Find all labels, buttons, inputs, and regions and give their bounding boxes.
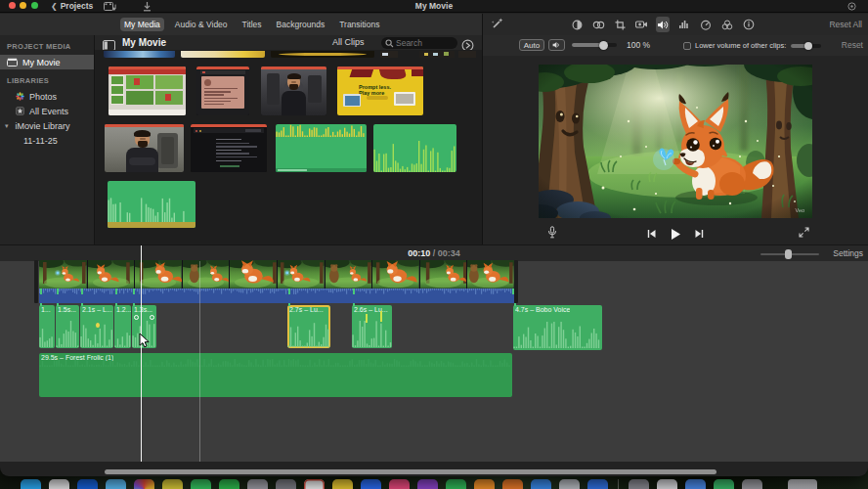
sound-effect-clip[interactable]: 2.7s – Lu... [287, 305, 330, 348]
dock-app-icon[interactable] [77, 479, 98, 489]
volume-slider[interactable] [572, 43, 617, 47]
clip-sliver[interactable] [458, 51, 476, 58]
sound-effect-clip[interactable]: 1.2... [114, 305, 131, 348]
sidebar-item-all-events[interactable]: All Events [0, 104, 94, 118]
dock-app-icon[interactable] [332, 479, 353, 489]
tab-backgrounds[interactable]: Backgrounds [273, 18, 329, 31]
dock-app-icon[interactable] [474, 479, 495, 489]
dock-app-icon[interactable] [162, 479, 183, 489]
dock-app-icon[interactable] [446, 479, 466, 489]
dock-app-icon[interactable] [134, 479, 154, 489]
crop-icon[interactable] [613, 17, 627, 32]
mute-button[interactable] [548, 39, 565, 51]
media-clip[interactable] [105, 124, 184, 172]
reset-all-button[interactable]: Reset All [829, 14, 862, 35]
clip-filter-icon[interactable] [720, 17, 734, 32]
sidebar-item-my-movie[interactable]: My Movie [0, 55, 94, 69]
dock[interactable] [0, 479, 868, 489]
media-clip[interactable]: Prompt less. Play more [337, 67, 423, 115]
clip-sliver[interactable] [271, 51, 374, 58]
dock-app-icon[interactable] [657, 479, 677, 489]
play-button[interactable] [670, 228, 682, 241]
sidebar-item-label: 11-11-25 [23, 136, 58, 146]
enhance-wand-icon[interactable] [491, 17, 504, 30]
timeline-settings-button[interactable]: Settings [833, 245, 863, 261]
color-balance-icon[interactable] [570, 17, 584, 32]
timeline-horizontal-scrollbar[interactable] [105, 469, 716, 474]
auto-volume-button[interactable]: Auto [519, 39, 544, 51]
trim-handle-right[interactable] [514, 260, 518, 303]
media-clip[interactable] [261, 67, 326, 115]
dock-app-icon[interactable] [587, 479, 608, 489]
dock-app-icon[interactable] [361, 479, 381, 489]
reset-button[interactable]: Reset [842, 35, 863, 56]
dock-app-icon[interactable] [21, 479, 41, 489]
dock-app-icon[interactable] [191, 479, 211, 489]
lower-volume-label: Lower volume of other clips: [695, 35, 786, 56]
dock-app-icon[interactable] [417, 479, 438, 489]
promo-clip-text: Prompt less. Play more [359, 84, 402, 90]
clip-sliver[interactable] [380, 51, 398, 58]
dock-app-icon[interactable] [106, 479, 126, 489]
music-clip[interactable]: 29.5s – Forest Frolic (1) [39, 353, 512, 397]
sound-effect-clip[interactable]: 1... [39, 305, 55, 348]
dock-app-icon[interactable] [502, 479, 523, 489]
sidebar-item-event-date[interactable]: 11-11-25 [0, 133, 94, 148]
imovie-window: ❮ Projects My Movie My Media Audio & Vid… [0, 0, 868, 476]
video-clip-audio-waveform[interactable] [39, 289, 514, 303]
video-clip-filmstrip[interactable] [39, 260, 514, 289]
sound-effect-clip[interactable]: 1.5s... [56, 305, 79, 348]
speed-icon[interactable] [699, 17, 713, 32]
sound-effect-clip[interactable]: 2.6s – Lu... [352, 305, 392, 348]
sound-effect-clip[interactable]: 2.1s – L... [80, 305, 113, 348]
stabilization-icon[interactable] [634, 17, 648, 32]
tab-my-media[interactable]: My Media [120, 18, 164, 31]
voiceover-mic-icon[interactable] [547, 226, 557, 240]
dock-app-icon[interactable] [629, 479, 649, 489]
dock-app-icon[interactable] [685, 479, 706, 489]
dock-app-icon[interactable] [531, 479, 551, 489]
dock-app-icon[interactable] [304, 479, 325, 489]
media-clip[interactable] [276, 124, 367, 172]
clapperboard-icon [7, 58, 18, 67]
dock-app-icon[interactable] [219, 479, 239, 489]
noise-reduction-icon[interactable] [677, 17, 691, 32]
clip-sliver[interactable] [419, 51, 455, 58]
clip-sliver[interactable] [181, 51, 265, 58]
media-clip[interactable] [108, 67, 186, 115]
media-clip[interactable] [196, 67, 249, 115]
trim-handle-left[interactable] [34, 260, 38, 303]
clip-sliver[interactable] [104, 51, 175, 58]
media-clip[interactable] [373, 124, 456, 172]
sound-effect-clip[interactable]: 4.7s – Bobo Voice [513, 305, 602, 350]
sidebar-item-photos[interactable]: Photos [0, 89, 94, 104]
viewer-panel: Auto 100 % Lower volume of other clips: … [483, 35, 868, 244]
timeline-zoom-slider[interactable] [760, 253, 819, 256]
dock-app-icon[interactable] [49, 479, 69, 489]
preview-watermark: Veo [796, 207, 804, 213]
dock-app-icon[interactable] [389, 479, 410, 489]
sidebar-item-imovie-library[interactable]: ▾ iMovie Library [0, 118, 94, 133]
dock-app-icon[interactable] [247, 479, 268, 489]
previous-frame-button[interactable] [647, 229, 657, 239]
clip-info-icon[interactable] [742, 17, 756, 32]
media-clip[interactable] [191, 124, 267, 172]
dock-app-icon[interactable] [742, 479, 762, 489]
dock-app-icon[interactable] [559, 479, 580, 489]
video-preview[interactable]: Veo [539, 65, 812, 218]
media-clip[interactable] [108, 181, 195, 228]
dock-trash-icon[interactable] [788, 479, 817, 489]
lower-volume-slider[interactable] [791, 44, 821, 48]
timeline[interactable]: 29.5s – Forest Frolic (1) 1... 1.5s... 2… [0, 261, 868, 462]
volume-icon[interactable] [656, 17, 670, 32]
chevron-down-icon[interactable]: ▾ [5, 122, 9, 130]
next-frame-button[interactable] [695, 229, 705, 239]
lower-volume-checkbox[interactable] [683, 42, 691, 50]
dock-app-icon[interactable] [714, 479, 734, 489]
color-correction-icon[interactable] [591, 17, 605, 32]
dock-app-icon[interactable] [276, 479, 296, 489]
fullscreen-icon[interactable] [799, 227, 809, 238]
tab-titles[interactable]: Titles [239, 18, 266, 31]
tab-audio-video[interactable]: Audio & Video [171, 18, 232, 31]
tab-transitions[interactable]: Transitions [335, 18, 383, 31]
